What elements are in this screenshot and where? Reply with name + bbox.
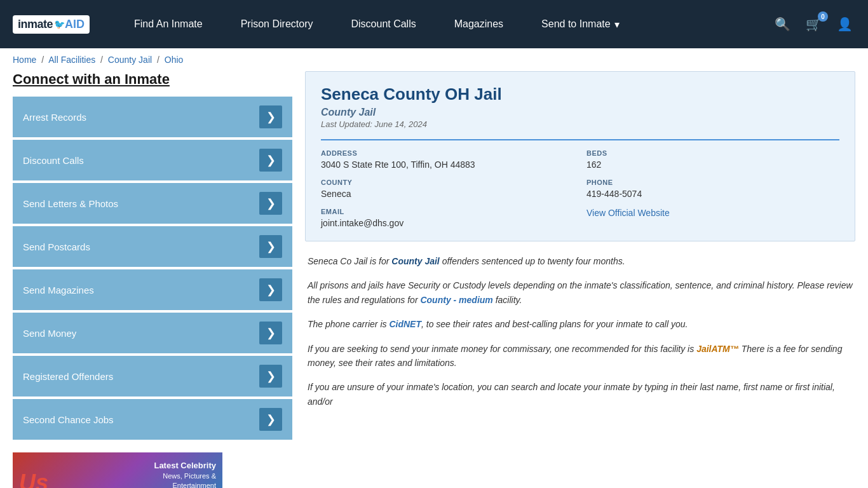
send-letters-label: Send Letters & Photos: [23, 198, 118, 209]
logo-text: inmate: [18, 18, 53, 31]
registered-offenders-button[interactable]: Registered Offenders ❯: [13, 356, 292, 396]
desc-county-jail-highlight: County Jail: [391, 256, 439, 266]
county-value: Seneca: [321, 189, 574, 199]
breadcrumb-home[interactable]: Home: [13, 55, 36, 65]
website-block: View Official Website: [587, 208, 839, 228]
send-money-button[interactable]: Send Money ❯: [13, 313, 292, 353]
cart-button[interactable]: 🛒 0: [803, 14, 824, 34]
email-block: EMAIL joint.intake@dhs.gov: [321, 208, 574, 228]
desc-para3-pre: The phone carrier is: [308, 319, 389, 329]
desc-para2-pre: All prisons and jails have Security or C…: [308, 280, 853, 304]
registered-offenders-arrow-icon: ❯: [259, 365, 282, 388]
phone-value: 419-448-5074: [587, 189, 839, 199]
desc-para-4: If you are seeking to send your inmate m…: [308, 342, 853, 370]
county-label: COUNTY: [321, 179, 574, 186]
second-chance-jobs-arrow-icon: ❯: [259, 408, 282, 431]
ad-tagline-line2: News, Pictures &: [163, 472, 216, 480]
ad-text: Latest Celebrity News, Pictures & Entert…: [154, 460, 216, 488]
address-value: 3040 S State Rte 100, Tiffin, OH 44883: [321, 159, 574, 170]
desc-para-1: Seneca Co Jail is for County Jail offend…: [308, 254, 853, 268]
breadcrumb-ohio[interactable]: Ohio: [165, 55, 184, 65]
county-medium-link[interactable]: County - medium: [420, 295, 492, 305]
nav-links: Find An Inmate Prison Directory Discount…: [115, 0, 772, 48]
send-money-label: Send Money: [23, 328, 76, 339]
second-chance-jobs-label: Second Chance Jobs: [23, 414, 114, 425]
facility-card: Seneca County OH Jail County Jail Last U…: [305, 71, 855, 241]
breadcrumb: Home / All Facilities / County Jail / Oh…: [0, 48, 868, 71]
send-money-arrow-icon: ❯: [259, 322, 282, 344]
facility-description: Seneca Co Jail is for County Jail offend…: [305, 254, 855, 409]
arrest-records-arrow-icon: ❯: [259, 105, 282, 128]
connect-heading: Connect with an Inmate: [13, 71, 292, 88]
desc-para1-pre: Seneca Co Jail is for: [308, 256, 391, 266]
facility-type: County Jail: [321, 107, 839, 118]
desc-para-3: The phone carrier is CidNET, to see thei…: [308, 317, 853, 331]
beds-value: 162: [587, 159, 839, 170]
nav-send-to-inmate[interactable]: Send to Inmate ▾: [522, 0, 639, 48]
facility-info-grid: ADDRESS 3040 S State Rte 100, Tiffin, OH…: [321, 139, 839, 228]
send-magazines-button[interactable]: Send Magazines ❯: [13, 269, 292, 310]
nav-discount-calls[interactable]: Discount Calls: [332, 0, 435, 48]
send-to-inmate-label: Send to Inmate: [541, 18, 611, 30]
desc-para4-pre: If you are seeking to send your inmate m…: [308, 344, 696, 354]
address-block: ADDRESS 3040 S State Rte 100, Tiffin, OH…: [321, 149, 574, 170]
breadcrumb-county-jail[interactable]: County Jail: [108, 55, 152, 65]
logo-atm-text: AID: [65, 18, 85, 31]
nav-magazines[interactable]: Magazines: [435, 0, 522, 48]
send-postcards-label: Send Postcards: [23, 241, 90, 252]
ad-logo-text: Us: [19, 470, 48, 489]
view-official-website-link[interactable]: View Official Website: [587, 208, 670, 218]
send-postcards-button[interactable]: Send Postcards ❯: [13, 226, 292, 267]
ad-banner[interactable]: Us Latest Celebrity News, Pictures & Ent…: [13, 452, 222, 488]
logo[interactable]: inmate 🐦 AID: [13, 15, 90, 34]
address-label: ADDRESS: [321, 149, 574, 157]
nav-find-inmate[interactable]: Find An Inmate: [115, 0, 222, 48]
email-label: EMAIL: [321, 208, 574, 215]
desc-para1-post: offenders sentenced up to twenty four mo…: [440, 256, 625, 266]
second-chance-jobs-button[interactable]: Second Chance Jobs ❯: [13, 399, 292, 440]
desc-para3-post: , to see their rates and best-calling pl…: [421, 319, 688, 329]
arrest-records-button[interactable]: Arrest Records ❯: [13, 97, 292, 137]
breadcrumb-sep-3: /: [157, 55, 159, 65]
email-value: joint.intake@dhs.gov: [321, 218, 574, 228]
dropdown-arrow-icon: ▾: [614, 18, 620, 30]
arrest-records-label: Arrest Records: [23, 112, 86, 123]
cart-badge: 0: [818, 11, 828, 22]
search-button[interactable]: 🔍: [772, 14, 793, 34]
facility-name: Seneca County OH Jail: [321, 85, 839, 104]
send-postcards-arrow-icon: ❯: [259, 235, 282, 258]
discount-calls-arrow-icon: ❯: [259, 149, 282, 172]
registered-offenders-label: Registered Offenders: [23, 371, 113, 382]
breadcrumb-sep-1: /: [41, 55, 44, 65]
desc-para-2: All prisons and jails have Security or C…: [308, 278, 853, 307]
logo-bird-icon: 🐦: [54, 19, 65, 29]
discount-calls-label: Discount Calls: [23, 155, 84, 166]
main-layout: Connect with an Inmate Arrest Records ❯ …: [0, 71, 868, 488]
ad-tagline-line1: Latest Celebrity: [154, 461, 216, 470]
beds-label: BEDS: [587, 149, 839, 157]
discount-calls-button[interactable]: Discount Calls ❯: [13, 140, 292, 180]
content-panel: Seneca County OH Jail County Jail Last U…: [305, 71, 855, 488]
desc-para-5: If you are unsure of your inmate's locat…: [308, 380, 853, 409]
send-letters-arrow-icon: ❯: [259, 192, 282, 215]
user-button[interactable]: 👤: [834, 14, 855, 34]
ad-tagline-line3: Entertainment: [173, 482, 216, 488]
send-magazines-label: Send Magazines: [23, 285, 94, 295]
send-letters-button[interactable]: Send Letters & Photos ❯: [13, 183, 292, 224]
breadcrumb-sep-2: /: [100, 55, 103, 65]
nav-prison-directory[interactable]: Prison Directory: [222, 0, 332, 48]
desc-para2-post: facility.: [493, 295, 522, 305]
cidnet-link[interactable]: CidNET: [389, 319, 421, 329]
breadcrumb-all-facilities[interactable]: All Facilities: [48, 55, 95, 65]
jailatm-link[interactable]: JailATM™: [696, 344, 739, 354]
county-block: COUNTY Seneca: [321, 179, 574, 199]
beds-block: BEDS 162: [587, 149, 839, 170]
nav-icons: 🔍 🛒 0 👤: [772, 14, 855, 34]
phone-label: PHONE: [587, 179, 839, 186]
navbar: inmate 🐦 AID Find An Inmate Prison Direc…: [0, 0, 868, 48]
ad-logo: Us: [19, 471, 48, 489]
phone-block: PHONE 419-448-5074: [587, 179, 839, 199]
sidebar: Connect with an Inmate Arrest Records ❯ …: [13, 71, 292, 488]
send-magazines-arrow-icon: ❯: [259, 278, 282, 301]
facility-updated: Last Updated: June 14, 2024: [321, 119, 839, 129]
